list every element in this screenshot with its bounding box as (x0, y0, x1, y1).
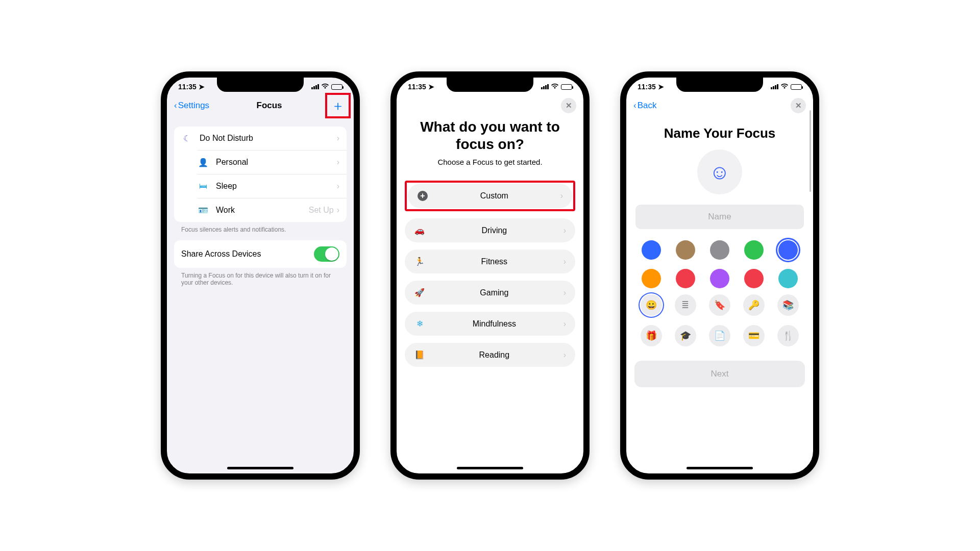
location-icon: ➤ (428, 83, 434, 91)
icon-choice[interactable]: 🎁 (641, 325, 662, 346)
icon-choice[interactable]: 🔖 (709, 294, 730, 316)
chevron-right-icon: › (564, 350, 566, 360)
home-indicator[interactable] (457, 467, 523, 469)
moon-icon: ☾ (181, 133, 192, 144)
color-swatch[interactable] (744, 240, 764, 260)
back-button[interactable]: ‹ Back (633, 101, 656, 111)
color-grid (626, 229, 813, 293)
cell-signal-icon (311, 84, 319, 89)
battery-icon (791, 84, 802, 90)
option-reading[interactable]: 📙Reading› (405, 343, 575, 367)
notch (676, 78, 763, 92)
option-icon: + (417, 191, 428, 201)
plus-icon: ＋ (331, 97, 345, 115)
icon-choice[interactable]: 🍴 (777, 325, 799, 346)
option-label: Custom (435, 191, 553, 201)
color-swatch[interactable] (676, 240, 695, 260)
icon-choice[interactable]: 🔑 (743, 294, 765, 316)
close-icon: ✕ (566, 101, 572, 110)
chevron-left-icon: ‹ (633, 101, 636, 111)
icon-choice[interactable]: 📚 (777, 294, 799, 316)
phone-3: 11:35 ➤ ‹ Back ✕ Name Your Focus ☺ Name … (620, 71, 819, 480)
notch (447, 78, 533, 92)
add-button[interactable]: ＋ (329, 97, 347, 114)
highlight-option: +Custom› (405, 181, 575, 211)
color-swatch[interactable] (744, 269, 764, 288)
page-title: Focus (257, 101, 282, 111)
home-indicator[interactable] (227, 467, 293, 469)
option-icon: 🚀 (414, 288, 425, 297)
share-card: Share Across Devices (174, 240, 347, 268)
option-custom[interactable]: +Custom› (408, 184, 572, 208)
scroll-indicator[interactable] (810, 110, 811, 192)
icon-choice[interactable]: 💳 (743, 325, 765, 346)
option-mindfulness[interactable]: ❄Mindfulness› (405, 312, 575, 336)
chevron-left-icon: ‹ (174, 101, 177, 111)
color-swatch[interactable] (778, 269, 798, 288)
share-caption: Turning a Focus on for this device will … (167, 272, 354, 286)
color-swatch[interactable] (642, 240, 661, 260)
option-label: Driving (432, 226, 556, 235)
color-swatch[interactable] (710, 269, 729, 288)
close-icon: ✕ (795, 101, 802, 110)
wifi-icon (780, 83, 789, 91)
nav-bar: ‹ Settings Focus ＋ (167, 93, 354, 119)
option-icon: 🏃 (414, 257, 425, 266)
chevron-right-icon: › (564, 226, 566, 235)
close-button[interactable]: ✕ (561, 98, 576, 113)
next-button[interactable]: Next (634, 361, 805, 387)
icon-choice[interactable]: 🎓 (675, 325, 696, 346)
option-label: Gaming (432, 288, 556, 297)
color-swatch[interactable] (710, 240, 729, 260)
bed-icon: 🛏 (198, 181, 209, 192)
color-swatch[interactable] (642, 269, 661, 288)
close-button[interactable]: ✕ (791, 98, 806, 113)
share-toggle[interactable] (314, 246, 339, 262)
row-accessory: Set Up (309, 206, 334, 215)
person-icon: 👤 (198, 157, 209, 168)
focus-row-dnd[interactable]: ☾ Do Not Disturb › (174, 127, 347, 150)
option-gaming[interactable]: 🚀Gaming› (405, 281, 575, 305)
option-driving[interactable]: 🚗Driving› (405, 218, 575, 242)
chevron-right-icon: › (564, 319, 566, 329)
option-label: Reading (432, 350, 556, 360)
focus-row-work[interactable]: 🪪 Work Set Up› (198, 198, 347, 222)
icon-choice[interactable]: 😀 (641, 294, 662, 316)
home-indicator[interactable] (687, 467, 753, 469)
option-label: Fitness (432, 257, 556, 266)
chevron-right-icon: › (337, 182, 339, 191)
chevron-right-icon: › (564, 257, 566, 266)
option-label: Mindfulness (432, 319, 556, 329)
icon-choice[interactable]: 📄 (709, 325, 730, 346)
color-swatch[interactable] (778, 240, 798, 260)
chevron-right-icon: › (337, 134, 339, 143)
focus-row-personal[interactable]: 👤 Personal › (198, 150, 347, 174)
focus-row-sleep[interactable]: 🛏 Sleep › (198, 174, 347, 198)
row-label: Sleep (216, 182, 330, 191)
wifi-icon (321, 83, 329, 91)
share-row: Share Across Devices (174, 240, 347, 268)
option-icon: 🚗 (414, 226, 425, 235)
chevron-right-icon: › (560, 191, 563, 201)
modal-nav: ✕ (397, 93, 583, 118)
chevron-right-icon: › (337, 158, 339, 167)
color-swatch[interactable] (676, 269, 695, 288)
icon-grid: 😀≣🔖🔑📚🎁🎓📄💳🍴 (626, 293, 813, 352)
chevron-right-icon: › (564, 288, 566, 297)
battery-icon (561, 84, 572, 90)
location-icon: ➤ (199, 83, 205, 91)
back-button[interactable]: ‹ Settings (174, 101, 209, 111)
notch (217, 78, 304, 92)
location-icon: ➤ (658, 83, 664, 91)
focus-list-caption: Focus silences alerts and notifications. (167, 226, 354, 233)
status-time: 11:35 (638, 83, 656, 91)
battery-icon (331, 84, 342, 90)
icon-choice[interactable]: ≣ (675, 294, 696, 316)
focus-name-input[interactable]: Name (635, 205, 804, 229)
phone-2: 11:35 ➤ ✕ What do you want to focus on? … (390, 71, 590, 480)
badge-icon: 🪪 (198, 205, 209, 216)
status-time: 11:35 (408, 83, 426, 91)
focus-list: ☾ Do Not Disturb › 👤 Personal › 🛏 Sleep … (174, 127, 347, 222)
option-fitness[interactable]: 🏃Fitness› (405, 249, 575, 273)
phone-1: 11:35 ➤ ‹ Settings Focus ＋ ☾ Do Not Dist… (161, 71, 360, 480)
